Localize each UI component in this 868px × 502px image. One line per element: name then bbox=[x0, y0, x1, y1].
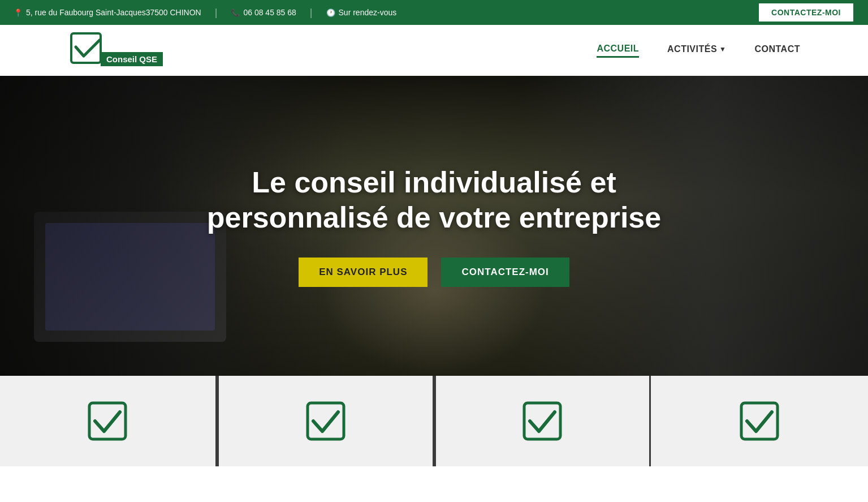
check-icon-1 bbox=[85, 398, 130, 444]
separator-1: | bbox=[215, 7, 218, 19]
nav-contact[interactable]: CONTACT bbox=[754, 44, 800, 57]
nav-accueil[interactable]: ACCUEIL bbox=[597, 44, 639, 58]
main-nav: ACCUEIL ACTIVITÉS ▼ CONTACT bbox=[597, 44, 800, 58]
feature-card-3 bbox=[434, 376, 651, 466]
top-bar-info: 📍 5, rue du Faubourg Saint-Jacques37500 … bbox=[14, 7, 396, 19]
hero-content: Le conseil individualisé et personnalisé… bbox=[207, 165, 661, 288]
feature-card-2 bbox=[217, 376, 434, 466]
feature-card-1 bbox=[0, 376, 217, 466]
hours-item: 🕐 Sur rendez-vous bbox=[326, 8, 397, 17]
learn-more-button[interactable]: EN SAVOIR PLUS bbox=[299, 258, 427, 287]
location-icon: 📍 bbox=[14, 8, 23, 17]
logo-text: Conseil QSE bbox=[101, 52, 163, 66]
separator-2: | bbox=[310, 7, 313, 19]
top-bar: 📍 5, rue du Faubourg Saint-Jacques37500 … bbox=[0, 0, 868, 25]
contact-hero-button[interactable]: CONTACTEZ-MOI bbox=[441, 258, 569, 287]
hero-section: Le conseil individualisé et personnalisé… bbox=[0, 76, 868, 376]
check-icon-3 bbox=[520, 398, 565, 444]
phone-text: 06 08 45 85 68 bbox=[243, 8, 296, 17]
feature-cards bbox=[0, 376, 868, 466]
dropdown-arrow-icon: ▼ bbox=[719, 45, 726, 53]
top-cta-button[interactable]: CONTACTEZ-MOI bbox=[758, 2, 854, 23]
address-item: 📍 5, rue du Faubourg Saint-Jacques37500 … bbox=[14, 8, 201, 17]
logo[interactable]: Conseil QSE bbox=[68, 30, 163, 71]
phone-item: 📞 06 08 45 85 68 bbox=[231, 8, 296, 17]
address-text: 5, rue du Faubourg Saint-Jacques37500 CH… bbox=[26, 8, 201, 17]
header: Conseil QSE ACCUEIL ACTIVITÉS ▼ CONTACT bbox=[0, 25, 868, 76]
hero-title: Le conseil individualisé et personnalisé… bbox=[207, 165, 661, 235]
check-icon-4 bbox=[737, 398, 782, 444]
check-icon-2 bbox=[303, 398, 348, 444]
phone-icon: 📞 bbox=[231, 8, 240, 17]
nav-activites[interactable]: ACTIVITÉS ▼ bbox=[667, 44, 726, 57]
feature-card-4 bbox=[651, 376, 868, 466]
hero-buttons: EN SAVOIR PLUS CONTACTEZ-MOI bbox=[207, 258, 661, 287]
hours-text: Sur rendez-vous bbox=[339, 8, 397, 17]
clock-icon: 🕐 bbox=[326, 8, 335, 17]
